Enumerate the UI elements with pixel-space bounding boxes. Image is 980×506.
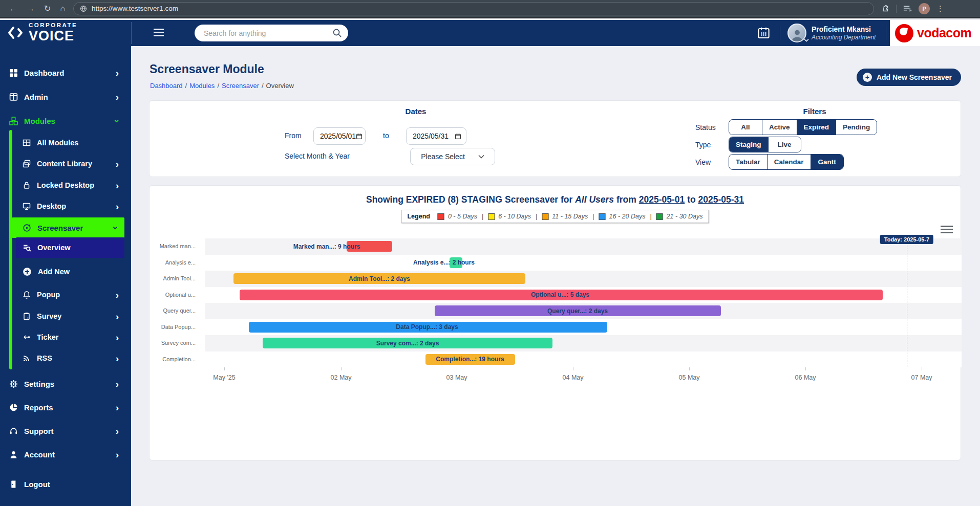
month-year-select[interactable]: Please Select (410, 148, 495, 165)
all-modules-icon (23, 139, 31, 147)
browser-back-icon[interactable]: ← (9, 4, 17, 13)
gantt-row-band (205, 255, 962, 271)
chrome-separator (896, 5, 897, 13)
header-divider (886, 26, 886, 40)
axis-tick (341, 367, 342, 370)
breadcrumb: Dashboard/Modules/Screensaver/Overview (150, 82, 294, 90)
sidebar-item-dashboard[interactable]: Dashboard› (0, 62, 131, 83)
month-year-label: Select Month & Year (285, 152, 350, 160)
sidebar-item-locked-desktop[interactable]: Locked Desktop› (0, 175, 131, 195)
browser-reload-icon[interactable]: ↻ (44, 4, 51, 13)
calendar-icon[interactable] (757, 26, 771, 40)
view-label: View (695, 158, 711, 166)
chevron-right-icon: › (116, 181, 119, 190)
vodacom-wordmark: vodacom (917, 26, 971, 40)
sidebar-item-add-new[interactable]: Add New (0, 261, 131, 282)
overview-icon (23, 244, 31, 252)
axis-tick (922, 367, 922, 370)
chevron-right-icon: › (116, 354, 119, 363)
task-label: Analysis e... (150, 255, 202, 271)
sidebar-item-admin[interactable]: Admin› (0, 86, 131, 107)
type-label: Type (695, 141, 711, 149)
gantt-chart-card: Showing EXPIRED (8) STAGING Screensaver … (149, 185, 961, 460)
bell-icon (23, 291, 31, 299)
user-menu[interactable]: Proficient Mkansi Accounting Department (787, 24, 876, 42)
site-info-icon[interactable] (80, 5, 87, 12)
global-search (195, 25, 348, 41)
legend-swatch-blue (599, 213, 606, 220)
type-option-staging[interactable]: Staging (729, 137, 768, 152)
date-to-input[interactable]: 2025/05/31 (406, 127, 466, 145)
calendar-icon (455, 133, 461, 140)
browser-home-icon[interactable]: ⌂ (60, 4, 65, 13)
sidebar-item-support[interactable]: Support› (0, 421, 131, 441)
sidebar-nav: Dashboard› Admin› Modules› All Modules C… (0, 46, 131, 506)
gantt-bar-label: Data Popup...: 3 days (396, 323, 458, 331)
breadcrumb-link-dashboard[interactable]: Dashboard (150, 82, 183, 90)
logout-door-icon (9, 480, 18, 489)
sidebar-item-account[interactable]: Account› (0, 444, 131, 465)
axis-label: 02 May (331, 374, 352, 381)
date-from-input[interactable]: 2025/05/01 (313, 127, 366, 145)
sidebar-item-logout[interactable]: Logout (0, 474, 131, 494)
browser-profile-avatar[interactable]: P (919, 3, 930, 14)
browser-forward-icon[interactable]: → (27, 4, 35, 13)
browser-menu-icon[interactable]: ⋮ (936, 4, 944, 13)
chevron-down-icon: › (112, 119, 122, 122)
search-input[interactable] (204, 29, 332, 37)
breadcrumb-link-screensaver[interactable]: Screensaver (222, 82, 259, 90)
task-label: Data Popup... (150, 319, 202, 336)
sidebar-item-all-modules[interactable]: All Modules (0, 133, 131, 153)
user-role: Accounting Department (812, 34, 876, 41)
status-option-active[interactable]: Active (762, 120, 797, 135)
sidebar-item-reports[interactable]: Reports› (0, 397, 131, 417)
gantt-bar-label: Analysis e...: 2 hours (413, 259, 475, 266)
chevron-right-icon: › (116, 68, 119, 78)
view-option-tabular[interactable]: Tabular (729, 155, 767, 169)
chevron-right-icon: › (116, 379, 119, 389)
status-segmented-control: All Active Expired Pending (729, 119, 877, 135)
sidebar-item-settings[interactable]: Settings› (0, 373, 131, 394)
search-icon[interactable] (332, 28, 342, 38)
address-bar[interactable]: https://www.testserver1.com (73, 2, 874, 15)
dates-section-title: Dates (375, 107, 457, 116)
chevron-down-icon (478, 155, 484, 159)
modules-icon (9, 117, 18, 125)
type-option-live[interactable]: Live (768, 137, 801, 152)
dashboard-icon (9, 69, 18, 77)
task-label: Completion... (150, 351, 202, 368)
sidebar-item-overview[interactable]: Overview (16, 237, 124, 258)
gear-icon (9, 380, 18, 388)
sidebar-item-popup[interactable]: Popup› (0, 284, 131, 305)
status-option-expired[interactable]: Expired (797, 120, 836, 135)
tab-search-icon[interactable] (903, 5, 912, 12)
sidebar-item-ticker[interactable]: Ticker› (0, 327, 131, 347)
add-new-screensaver-button[interactable]: + Add New Screensaver (857, 69, 961, 86)
chart-title: Showing EXPIRED (8) STAGING Screensaver … (150, 194, 961, 205)
header-divider (780, 26, 780, 40)
sidebar-item-rss[interactable]: RSS› (0, 348, 131, 368)
today-badge: Today: 2025-05-7 (880, 235, 933, 244)
url-text: https://www.testserver1.com (92, 5, 178, 12)
plus-icon: + (863, 73, 872, 82)
view-option-calendar[interactable]: Calendar (767, 155, 811, 169)
axis-label: May '25 (213, 374, 235, 381)
sidebar-item-desktop[interactable]: Desktop› (0, 196, 131, 216)
person-icon (9, 450, 18, 459)
breadcrumb-link-modules[interactable]: Modules (189, 82, 215, 90)
content-library-icon (23, 160, 31, 168)
sidebar-item-survey[interactable]: Survey› (0, 306, 131, 326)
clipboard-icon (23, 312, 31, 320)
lock-icon (23, 181, 31, 189)
brand-logo[interactable]: CORPORATE VOICE (7, 23, 77, 43)
sidebar-item-modules[interactable]: Modules› (0, 111, 131, 131)
chevron-right-icon: › (116, 92, 119, 102)
sidebar-toggle-icon[interactable] (154, 29, 164, 38)
extensions-icon[interactable] (881, 5, 889, 13)
view-option-gantt[interactable]: Gantt (811, 155, 843, 169)
status-option-pending[interactable]: Pending (836, 120, 877, 135)
sidebar-item-content-library[interactable]: Content Library› (0, 153, 131, 174)
status-option-all[interactable]: All (729, 120, 762, 135)
chart-context-menu-icon[interactable] (941, 226, 953, 235)
sidebar-item-screensaver[interactable]: Screensaver› (12, 217, 124, 238)
